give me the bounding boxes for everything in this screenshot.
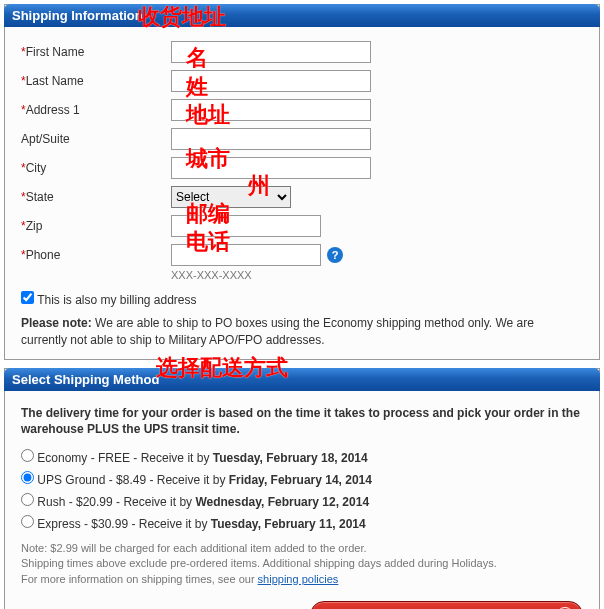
shipping-option-radio[interactable] bbox=[21, 493, 34, 506]
billing-same-checkbox[interactable] bbox=[21, 291, 34, 304]
shipping-option-label: Rush - $20.99 - Receive it by Wednesday,… bbox=[34, 495, 369, 509]
shipping-option[interactable]: Rush - $20.99 - Receive it by Wednesday,… bbox=[21, 493, 583, 509]
shipping-options: Economy - FREE - Receive it by Tuesday, … bbox=[21, 449, 583, 531]
shipping-option-radio[interactable] bbox=[21, 449, 34, 462]
shipping-option-radio[interactable] bbox=[21, 515, 34, 528]
phone-help-icon[interactable]: ? bbox=[327, 247, 343, 263]
shipping-method-panel: Select Shipping Method The delivery time… bbox=[4, 368, 600, 609]
city-input[interactable] bbox=[171, 157, 371, 179]
shipping-option-label: Economy - FREE - Receive it by Tuesday, … bbox=[34, 451, 368, 465]
shipping-option[interactable]: Economy - FREE - Receive it by Tuesday, … bbox=[21, 449, 583, 465]
billing-same-row[interactable]: This is also my billing address bbox=[21, 293, 197, 307]
last-name-label: *Last Name bbox=[21, 70, 171, 92]
phone-input[interactable] bbox=[171, 244, 321, 266]
shipping-option-label: Express - $30.99 - Receive it by Tuesday… bbox=[34, 517, 366, 531]
shipping-policies-link[interactable]: shipping policies bbox=[258, 573, 339, 585]
phone-label: *Phone bbox=[21, 244, 171, 266]
address1-label: *Address 1 bbox=[21, 99, 171, 121]
shipping-info-panel: Shipping Information *First Name *Last N… bbox=[4, 4, 600, 360]
zip-label: *Zip bbox=[21, 215, 171, 237]
continue-checkout-button[interactable]: Continue with Secure Check Out ▶ bbox=[310, 601, 583, 609]
city-label: *City bbox=[21, 157, 171, 179]
state-select[interactable]: Select bbox=[171, 186, 291, 208]
first-name-input[interactable] bbox=[171, 41, 371, 63]
po-box-note: Please note: We are able to ship to PO b… bbox=[21, 315, 583, 349]
shipping-footnotes: Note: $2.99 will be charged for each add… bbox=[21, 541, 583, 587]
shipping-option[interactable]: Express - $30.99 - Receive it by Tuesday… bbox=[21, 515, 583, 531]
address1-input[interactable] bbox=[171, 99, 371, 121]
shipping-method-header: Select Shipping Method bbox=[4, 368, 600, 391]
state-label: *State bbox=[21, 186, 171, 208]
last-name-input[interactable] bbox=[171, 70, 371, 92]
shipping-option-label: UPS Ground - $8.49 - Receive it by Frida… bbox=[34, 473, 372, 487]
phone-hint: XXX-XXX-XXXX bbox=[171, 269, 583, 281]
billing-same-label: This is also my billing address bbox=[37, 293, 196, 307]
shipping-method-intro: The delivery time for your order is base… bbox=[21, 405, 583, 437]
apt-input[interactable] bbox=[171, 128, 371, 150]
apt-label: Apt/Suite bbox=[21, 128, 171, 150]
shipping-option-radio[interactable] bbox=[21, 471, 34, 484]
first-name-label: *First Name bbox=[21, 41, 171, 63]
shipping-info-header: Shipping Information bbox=[4, 4, 600, 27]
shipping-option[interactable]: UPS Ground - $8.49 - Receive it by Frida… bbox=[21, 471, 583, 487]
zip-input[interactable] bbox=[171, 215, 321, 237]
